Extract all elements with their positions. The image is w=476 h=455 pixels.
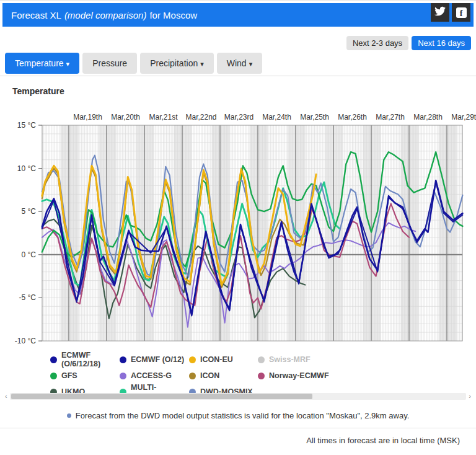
legend-item-icon[interactable]: ICON bbox=[189, 368, 258, 384]
legend-item-norway-ecmwf[interactable]: Norway-ECMWF bbox=[258, 368, 382, 384]
facebook-share-button[interactable]: f bbox=[452, 3, 470, 22]
facebook-icon: f bbox=[456, 7, 467, 18]
legend-label: Swiss-MRF bbox=[269, 355, 311, 364]
legend-label: Norway-ECMWF bbox=[269, 371, 329, 380]
chevron-down-icon: ▾ bbox=[249, 60, 253, 68]
y-axis-tick-label: 5 °C bbox=[22, 207, 37, 216]
y-axis-tick-label: 10 °C bbox=[17, 164, 36, 173]
night-band bbox=[136, 125, 154, 341]
night-band bbox=[325, 125, 343, 341]
scroll-left-arrow-icon[interactable]: ‹ bbox=[5, 392, 10, 400]
scrollbar-thumb[interactable] bbox=[11, 394, 312, 399]
x-axis-date-label: Mar,25th bbox=[300, 113, 329, 121]
scroll-right-arrow-icon[interactable]: › bbox=[466, 392, 471, 400]
x-axis-date-label: Mar,21st bbox=[149, 113, 178, 121]
legend-dot-icon bbox=[50, 356, 57, 363]
social-buttons: f bbox=[431, 3, 470, 22]
x-axis-date-label: Mar,27th bbox=[376, 113, 405, 121]
y-axis-tick-label: -5 °C bbox=[19, 293, 37, 302]
variable-tabs: Temperature▾PressurePrecipitation▾Wind▾ bbox=[5, 53, 262, 74]
range-button-next-2-3-days[interactable]: Next 2-3 days bbox=[346, 36, 408, 50]
page-title: Forecast XL(model comparison)for Moscow bbox=[11, 10, 197, 20]
x-axis-date-label: Mar,20th bbox=[111, 113, 140, 121]
legend-label: ACCESS-G bbox=[131, 371, 172, 380]
y-axis-tick-label: -10 °C bbox=[15, 337, 36, 345]
legend-item-icon-eu[interactable]: ICON-EU bbox=[189, 351, 258, 368]
y-axis-tick-label: 0 °C bbox=[22, 250, 37, 259]
legend-label: GFS bbox=[61, 371, 77, 380]
night-band bbox=[174, 125, 192, 341]
header-bar: Forecast XL(model comparison)for Moscow bbox=[2, 3, 474, 27]
dwd-location-note: Forecast from the DWD model output stati… bbox=[0, 404, 476, 428]
twitter-icon bbox=[434, 6, 446, 19]
tabs-divider bbox=[0, 76, 476, 76]
legend-dot-icon bbox=[189, 373, 196, 379]
x-axis-date-label: Mar,24th bbox=[262, 113, 291, 121]
legend-label: ECMWF (O/6/12/18) bbox=[61, 351, 120, 368]
legend-dot-icon bbox=[189, 356, 196, 363]
legend-dot-icon bbox=[258, 356, 265, 363]
tab-wind[interactable]: Wind▾ bbox=[217, 53, 262, 74]
x-axis-date-label: Mar,22nd bbox=[185, 113, 216, 121]
legend-item-ecmwf-o-6-12-18-[interactable]: ECMWF (O/6/12/18) bbox=[50, 351, 120, 368]
forecast-range-buttons: Next 2-3 daysNext 16 days bbox=[346, 36, 471, 50]
tab-precipitation[interactable]: Precipitation▾ bbox=[140, 53, 214, 74]
y-axis-tick-label: 15 °C bbox=[17, 121, 36, 130]
temperature-chart[interactable]: 15 °C10 °C5 °C0 °C-5 °C-10 °CMar,19thMar… bbox=[0, 105, 476, 350]
timezone-footer: All times in forecast are in local time … bbox=[0, 436, 476, 445]
chart-section-title: Temperature bbox=[12, 86, 64, 96]
legend-label: ICON bbox=[200, 371, 219, 380]
legend-dot-icon bbox=[120, 356, 126, 363]
x-axis-date-label: Mar,26th bbox=[338, 113, 367, 121]
legend-label: ECMWF (O/12) bbox=[131, 355, 184, 364]
night-band bbox=[363, 125, 381, 341]
legend-dot-icon bbox=[258, 373, 265, 379]
night-band bbox=[401, 125, 419, 341]
note-text: Forecast from the DWD model output stati… bbox=[76, 411, 410, 420]
tab-temperature[interactable]: Temperature▾ bbox=[5, 53, 79, 74]
legend-label: ICON-EU bbox=[200, 355, 233, 364]
tab-pressure[interactable]: Pressure bbox=[82, 53, 137, 74]
x-axis-date-label: Mar,19th bbox=[73, 113, 102, 121]
dwd-bullet-icon bbox=[67, 413, 71, 418]
legend-dot-icon bbox=[120, 373, 126, 379]
legend-item-ecmwf-o-12-[interactable]: ECMWF (O/12) bbox=[120, 351, 189, 368]
chevron-down-icon: ▾ bbox=[200, 60, 204, 68]
chevron-down-icon: ▾ bbox=[66, 60, 70, 68]
x-axis-date-label: Mar,28th bbox=[413, 113, 443, 121]
legend-item-swiss-mrf[interactable]: Swiss-MRF bbox=[258, 351, 382, 368]
x-axis-date-label: Mar,29th bbox=[451, 113, 476, 121]
night-band bbox=[439, 125, 457, 341]
horizontal-scrollbar[interactable]: ‹ › bbox=[5, 392, 471, 400]
range-button-next-16-days[interactable]: Next 16 days bbox=[412, 36, 471, 50]
twitter-share-button[interactable] bbox=[431, 3, 449, 22]
forecast-xl-widget: Forecast XL(model comparison)for Moscow … bbox=[0, 0, 476, 455]
scrollbar-track[interactable] bbox=[10, 393, 466, 400]
legend-item-gfs[interactable]: GFS bbox=[50, 368, 120, 384]
legend-item-access-g[interactable]: ACCESS-G bbox=[120, 368, 189, 384]
legend-dot-icon bbox=[50, 373, 57, 379]
x-axis-date-label: Mar,23rd bbox=[224, 113, 253, 121]
night-band bbox=[250, 125, 268, 341]
